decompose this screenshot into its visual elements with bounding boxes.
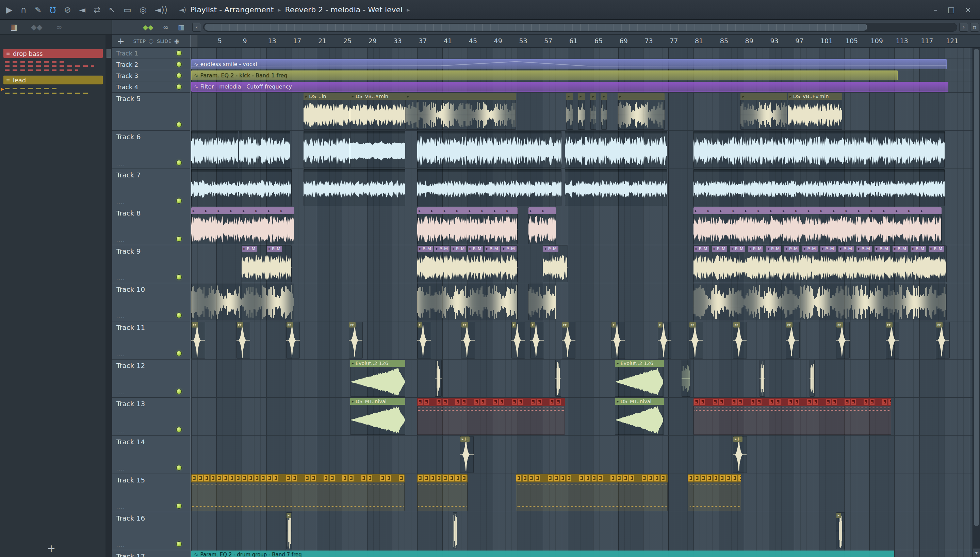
playlist-clip[interactable]: ▸P..M	[543, 246, 568, 282]
track-name[interactable]: Track 10	[116, 285, 145, 293]
track-name[interactable]: Track 15	[116, 476, 145, 484]
playlist-clip[interactable]: ƎƎƎƎƎƎƎƎ	[417, 474, 467, 511]
playlist-clip[interactable]: ▸	[286, 512, 292, 549]
playlist-clip[interactable]: ▸▸	[237, 322, 250, 358]
playlist-clip[interactable]: ▸▸	[689, 322, 703, 358]
track-resize-grip[interactable]: ····	[116, 163, 125, 168]
pattern-item[interactable]: ≡lead	[3, 76, 103, 102]
track-mute-dot[interactable]	[177, 62, 182, 67]
playhead-marker[interactable]	[191, 35, 197, 47]
playlist-clip[interactable]	[417, 169, 561, 206]
playlist-clip[interactable]: ▸P..M▸P..M	[242, 246, 292, 282]
playlist-clip[interactable]: ▸▸	[286, 322, 300, 358]
playlist-clip[interactable]	[810, 360, 815, 397]
track-resize-grip[interactable]: ····	[116, 315, 125, 320]
track-lane-9[interactable]: ▸P..M▸P..M▸P..M▸P..M▸P..M▸P..M▸P..M▸P..M…	[191, 245, 972, 283]
playlist-clip[interactable]	[239, 131, 290, 168]
track-lane-16[interactable]: ▸▸	[191, 512, 972, 550]
track-lane-6[interactable]	[191, 131, 972, 169]
scroll-left-button[interactable]: ‹	[192, 23, 201, 32]
track-resize-grip[interactable]: ····	[116, 239, 125, 244]
track-mute-dot[interactable]	[177, 51, 182, 55]
track-name[interactable]: Track 4	[116, 83, 138, 91]
horizontal-scrollbar-thumb[interactable]	[204, 24, 867, 31]
track-name[interactable]: Track 9	[116, 247, 141, 255]
playlist-clip[interactable]: ▸P..M▸P..M▸P..M▸P..M▸P..M▸P..M▸P..M▸P..M…	[693, 246, 947, 282]
track-resize-grip[interactable]: ····	[116, 200, 125, 206]
playlist-clip[interactable]: ▸▸	[191, 322, 205, 358]
playlist-clip[interactable]	[565, 169, 667, 206]
timeline-ruler[interactable]: 5913172125293337414549535761656973778185…	[191, 35, 980, 47]
track-lane-10[interactable]	[191, 283, 972, 321]
playlist-clip[interactable]	[759, 360, 765, 397]
playlist-clip[interactable]: ƎƎƎƎƎƎƎƎƎƎƎƎƎƎƎƎƎƎƎƎ	[516, 474, 668, 511]
playlist-clip[interactable]: ▸	[618, 93, 665, 130]
playlist-clip[interactable]: ▸▸	[562, 322, 576, 358]
playlist-clip[interactable]	[417, 131, 561, 168]
playlist-clip[interactable]: ▸▸	[886, 322, 900, 358]
horizontal-scrollbar[interactable]	[203, 23, 957, 32]
playlist-clip[interactable]: ▸	[566, 93, 573, 130]
playlist-clip[interactable]: ƎƎƎƎƎƎƎƎƎƎƎƎƎƎƎƎƎƎƎƎƎƎƎƎƎƎƎ	[191, 474, 405, 511]
track-name[interactable]: Track 6	[116, 133, 141, 141]
playlist-clip[interactable]	[681, 360, 690, 397]
track-lane-8[interactable]: ▸▸▸▸▸▸▸▸▸▸▸▸▸▸▸▸▸▸▸▸▸▸▸▸▸▸▸▸▸▸▸▸▸▸▸▸▸	[191, 207, 972, 245]
select-icon[interactable]: ▭	[123, 5, 131, 15]
playlist-clip[interactable]: ▸	[836, 512, 845, 549]
track-mute-dot[interactable]	[177, 160, 182, 165]
add-track-button[interactable]: +	[117, 36, 125, 46]
playlist-clip[interactable]	[693, 131, 944, 168]
track-name[interactable]: Track 2	[116, 61, 138, 68]
track-resize-grip[interactable]: ····	[116, 506, 125, 511]
playlist-clip[interactable]	[417, 283, 518, 320]
track-name[interactable]: Track 16	[116, 514, 145, 522]
track-mute-dot[interactable]	[177, 389, 182, 394]
playlist-clip[interactable]: ▸	[591, 93, 596, 130]
track-mute-dot[interactable]	[177, 237, 182, 241]
play-icon[interactable]: ▶	[6, 5, 12, 15]
scroll-down-button[interactable]: ▾	[973, 548, 980, 557]
playlist-clip[interactable]	[350, 131, 405, 168]
playlist-clip[interactable]: ▸DS_VB..#min	[350, 93, 405, 130]
step-toggle[interactable]: ◯	[149, 39, 154, 44]
playlist-clip[interactable]: ▸ J..	[460, 436, 474, 473]
playlist-clip[interactable]	[693, 169, 944, 206]
playlist-clip[interactable]: ▸	[658, 322, 672, 358]
track-lane-2[interactable]: ∿endless smile - vocal	[191, 59, 972, 70]
track-name[interactable]: Track 8	[116, 209, 141, 217]
snap-off-icon[interactable]: ⊘	[64, 5, 71, 15]
playlist-clip[interactable]: ∿Param. EQ 2 - kick - Band 1 freq	[191, 70, 898, 80]
track-lane-11[interactable]: ▸▸▸▸▸▸▸▸▸▸▸▸▸▸▸▸▸▸▸▸▸▸▸▸▸▸▸▸▸	[191, 321, 972, 360]
track-mute-dot[interactable]	[177, 542, 182, 546]
track-resize-grip[interactable]: ····	[116, 544, 125, 549]
playlist-clip[interactable]: ▸▸	[936, 322, 950, 358]
piano-roll-icon[interactable]: ▥	[10, 23, 17, 31]
track-lane-15[interactable]: ƎƎƎƎƎƎƎƎƎƎƎƎƎƎƎƎƎƎƎƎƎƎƎƎƎƎƎƎƎƎƎƎƎƎƎƎƎƎƎƎ…	[191, 474, 972, 512]
track-name[interactable]: Track 7	[116, 171, 141, 179]
draw-tool-icon[interactable]: ✎	[35, 5, 42, 15]
track-mute-dot[interactable]	[177, 122, 182, 127]
track-lane-17[interactable]: ∿Param. EQ 2 - drum group - Band 7 freq	[191, 550, 972, 557]
picker-scrollbar[interactable]	[105, 35, 112, 557]
playlist-clip[interactable]: ▸Evolut..2 126	[350, 360, 405, 397]
track-resize-grip[interactable]: ····	[116, 124, 125, 130]
playlist-clip[interactable]: ▸▸	[349, 322, 363, 358]
playlist-clip[interactable]: ▸DS_MT..nival	[615, 398, 664, 435]
mute-icon[interactable]: ◄	[79, 5, 85, 15]
track-mute-dot[interactable]	[177, 275, 182, 280]
playlist-clip[interactable]: ∿endless smile - vocal	[191, 59, 947, 69]
playlist-clip[interactable]	[191, 131, 238, 168]
playlist-clip[interactable]: ▸▸▸▸▸▸▸▸	[191, 207, 294, 244]
headphones-icon[interactable]: ∩	[20, 5, 26, 15]
track-name[interactable]: Track 12	[116, 362, 145, 370]
track-lane-7[interactable]	[191, 169, 972, 207]
playlist-clip[interactable]: ▸	[601, 93, 607, 130]
playlist-clip[interactable]: ▸Evolut..2 126	[615, 360, 664, 397]
track-name[interactable]: Track 13	[116, 400, 145, 408]
add-pattern-button[interactable]: +	[47, 542, 55, 554]
link-icon[interactable]: ∞	[56, 23, 62, 31]
playlist-clip[interactable]: ▸	[611, 322, 625, 358]
track-name[interactable]: Track 3	[116, 72, 138, 79]
playlist-clip[interactable]: ▸DS_MT..nival	[350, 398, 405, 435]
playlist-clip[interactable]: ƎƎƎƎƎƎƎƎƎƎƎƎƎƎƎƎƎƎƎƎƎƎ	[693, 398, 891, 435]
